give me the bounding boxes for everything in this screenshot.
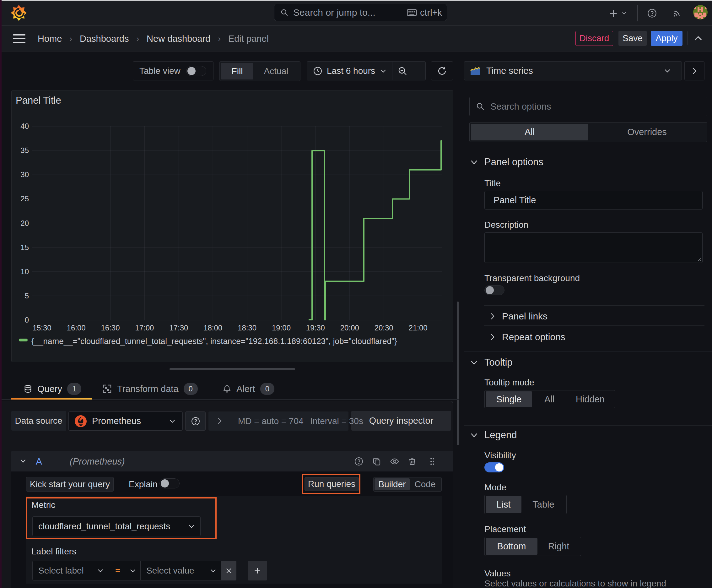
- svg-text:20: 20: [20, 219, 29, 227]
- svg-text:18:00: 18:00: [203, 323, 222, 332]
- svg-text:40: 40: [20, 122, 29, 130]
- svg-text:20:30: 20:30: [374, 323, 393, 332]
- svg-text:30: 30: [20, 170, 29, 179]
- svg-text:21:00: 21:00: [409, 323, 428, 332]
- svg-text:5: 5: [25, 292, 29, 300]
- svg-text:20:00: 20:00: [340, 323, 359, 332]
- svg-text:17:00: 17:00: [135, 323, 154, 332]
- svg-text:15:30: 15:30: [33, 323, 51, 332]
- svg-text:10: 10: [20, 267, 29, 276]
- svg-text:16:00: 16:00: [67, 323, 86, 332]
- svg-text:17:30: 17:30: [169, 323, 188, 332]
- svg-text:25: 25: [20, 194, 29, 203]
- svg-text:19:30: 19:30: [306, 323, 325, 332]
- svg-text:16:30: 16:30: [101, 323, 120, 332]
- svg-text:15: 15: [20, 243, 29, 252]
- svg-text:{__name__="cloudflared_tunnel_: {__name__="cloudflared_tunnel_total_requ…: [31, 336, 397, 346]
- svg-text:18:30: 18:30: [238, 323, 257, 332]
- svg-text:0: 0: [25, 316, 29, 324]
- svg-text:35: 35: [20, 146, 29, 154]
- svg-text:19:00: 19:00: [272, 323, 291, 332]
